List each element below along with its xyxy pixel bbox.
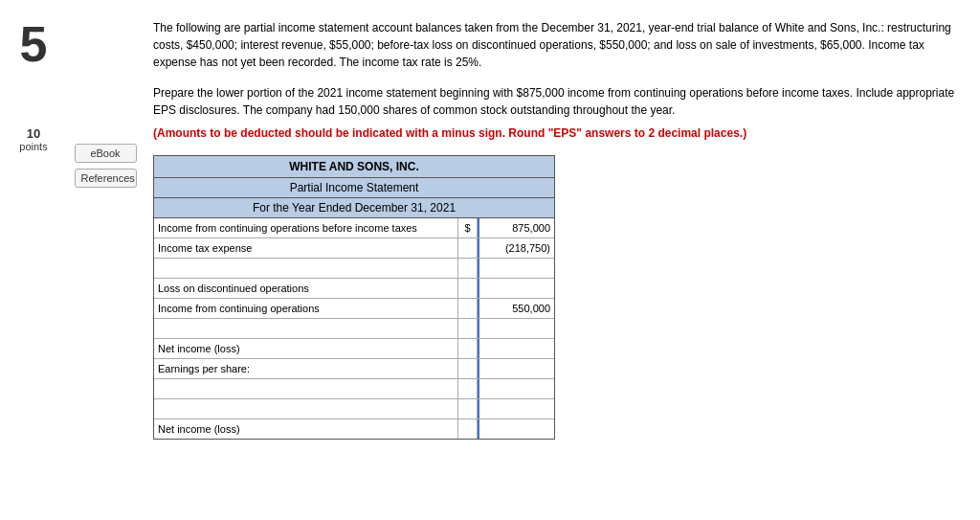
income-statement-table: WHITE AND SONS, INC. Partial Income Stat… [153,155,555,440]
row-label-10: Net income (loss) [154,419,458,439]
table-period: For the Year Ended December 31, 2021 [154,198,554,218]
row-dollar-5 [458,319,478,338]
table-row [154,399,554,419]
row-dollar-0: $ [458,218,478,237]
row-label-6: Net income (loss) [154,339,458,358]
table-row: Net income (loss) [154,339,554,359]
row-label-4: Income from continuing operations [154,299,458,318]
table-statement-title: Partial Income Statement [154,178,554,198]
points-info: 10 points [19,126,47,152]
ebook-button[interactable]: eBook [75,144,137,163]
row-dollar-4 [458,299,478,318]
points-value: 10 [19,126,47,141]
row-dollar-8 [458,379,478,398]
question-number: 5 [20,19,48,69]
row-dollar-9 [458,399,478,418]
references-button[interactable]: References [75,169,137,188]
left-panel: 5 10 points [0,10,67,510]
sidebar: eBook References [67,10,144,510]
row-value-1: (218,750) [478,238,554,258]
row-input-6[interactable] [478,339,554,358]
row-label-7: Earnings per share: [154,359,458,378]
row-dollar-10 [458,419,478,439]
row-label-5 [154,319,458,338]
row-input-8[interactable] [478,379,554,398]
table-row: Income from continuing operations 550,00… [154,299,554,319]
warning-text: (Amounts to be deducted should be indica… [153,124,961,142]
table-row: Net income (loss) [154,419,554,439]
row-dollar-3 [458,279,478,298]
row-input-5[interactable] [478,319,554,338]
row-label-9 [154,399,458,418]
table-row: Income from continuing operations before… [154,218,554,238]
table-row: Income tax expense (218,750) [154,238,554,259]
row-label-1: Income tax expense [154,238,458,258]
row-input-9[interactable] [478,399,554,418]
table-row: Loss on discontinued operations [154,279,554,299]
table-row [154,319,554,339]
row-input-3[interactable] [478,279,554,298]
table-row [154,259,554,279]
table-row: Earnings per share: [154,359,554,379]
row-dollar-6 [458,339,478,358]
question-body-text: The following are partial income stateme… [153,19,961,71]
row-label-2 [154,259,458,278]
row-value-0: 875,000 [478,218,554,237]
row-label-0: Income from continuing operations before… [154,218,458,237]
row-value-7 [478,359,554,378]
main-content: The following are partial income stateme… [144,10,980,510]
row-dollar-1 [458,238,478,258]
row-dollar-2 [458,259,478,278]
table-company-name: WHITE AND SONS, INC. [154,156,554,178]
row-label-8 [154,379,458,398]
row-value-4: 550,000 [478,299,554,318]
table-row [154,379,554,399]
row-dollar-7 [458,359,478,378]
points-label: points [19,141,47,152]
row-input-2[interactable] [478,259,554,278]
row-input-10[interactable] [478,419,554,439]
prepare-text: Prepare the lower portion of the 2021 in… [153,84,961,119]
row-label-3: Loss on discontinued operations [154,279,458,298]
